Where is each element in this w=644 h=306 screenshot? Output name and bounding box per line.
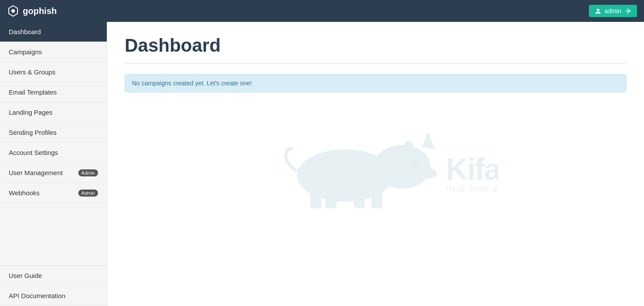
page-title: Dashboard	[125, 35, 626, 56]
sidebar-item-label: Webhooks	[9, 189, 40, 197]
svg-rect-8	[354, 193, 365, 208]
sidebar-badge-webhooks: Admin	[78, 190, 98, 197]
sidebar-item-sending-profiles[interactable]: Sending Profiles	[0, 123, 107, 143]
person-icon	[595, 8, 601, 14]
sidebar-item-account-settings[interactable]: Account Settings	[0, 143, 107, 163]
sidebar-badge-user-management: Admin	[78, 169, 98, 176]
sidebar-item-dashboard[interactable]: Dashboard	[0, 22, 107, 42]
sidebar-item-label: Email Templates	[9, 88, 57, 96]
sidebar-item-label: Sending Profiles	[9, 129, 56, 136]
sidebar-bottom-item-label: User Guide	[9, 272, 42, 279]
main-content: Dashboard No campaigns created yet. Let'…	[107, 22, 644, 306]
sidebar-item-label: Users & Groups	[9, 68, 56, 76]
sidebar-item-landing-pages[interactable]: Landing Pages	[0, 102, 107, 123]
sidebar-item-label: Dashboard	[9, 28, 41, 35]
sidebar-item-label: Landing Pages	[9, 109, 52, 116]
sidebar-item-label: User Management	[9, 169, 63, 176]
user-menu-button[interactable]: admin	[589, 5, 637, 17]
svg-point-5	[403, 141, 414, 158]
brand-logo[interactable]: gophish	[7, 5, 57, 17]
sidebar-item-user-guide[interactable]: User Guide	[0, 266, 107, 286]
gophish-logo-icon	[7, 5, 19, 17]
sidebar-items-container: DashboardCampaignsUsers & GroupsEmail Te…	[0, 22, 107, 203]
svg-point-1	[597, 9, 599, 11]
svg-point-11	[420, 168, 437, 179]
brand-name: gophish	[23, 6, 57, 16]
svg-rect-9	[371, 193, 382, 208]
topbar: gophish admin	[0, 0, 644, 22]
kifarunix-watermark: Kifarunix *NIX TIPS & TUTORIALS	[253, 123, 498, 211]
title-divider	[125, 63, 626, 63]
sidebar: DashboardCampaignsUsers & GroupsEmail Te…	[0, 22, 107, 306]
sidebar-bottom-item-label: API Documentation	[9, 292, 65, 299]
svg-point-10	[413, 162, 418, 167]
svg-marker-4	[422, 132, 435, 149]
sidebar-item-api-documentation[interactable]: API Documentation	[0, 286, 107, 306]
sidebar-item-webhooks[interactable]: WebhooksAdmin	[0, 183, 107, 203]
sidebar-bottom: User GuideAPI Documentation	[0, 265, 107, 306]
svg-text:*NIX TIPS & TUTORIALS: *NIX TIPS & TUTORIALS	[446, 185, 498, 194]
svg-point-0	[11, 9, 15, 13]
watermark-area: Kifarunix *NIX TIPS & TUTORIALS	[125, 106, 626, 228]
svg-text:Kifarunix: Kifarunix	[446, 152, 498, 186]
svg-point-3	[374, 145, 430, 189]
svg-rect-6	[310, 193, 321, 208]
user-button-label: admin	[605, 7, 621, 14]
sidebar-item-users-groups[interactable]: Users & Groups	[0, 62, 107, 82]
alert-message-text: No campaigns created yet. Let's create o…	[132, 80, 252, 87]
sign-out-icon	[625, 8, 631, 14]
no-campaigns-alert: No campaigns created yet. Let's create o…	[125, 74, 626, 92]
sidebar-item-label: Campaigns	[9, 48, 42, 56]
sidebar-item-email-templates[interactable]: Email Templates	[0, 82, 107, 102]
sidebar-item-campaigns[interactable]: Campaigns	[0, 42, 107, 62]
sidebar-item-user-management[interactable]: User ManagementAdmin	[0, 163, 107, 183]
svg-rect-7	[326, 193, 336, 208]
sidebar-item-label: Account Settings	[9, 149, 58, 156]
